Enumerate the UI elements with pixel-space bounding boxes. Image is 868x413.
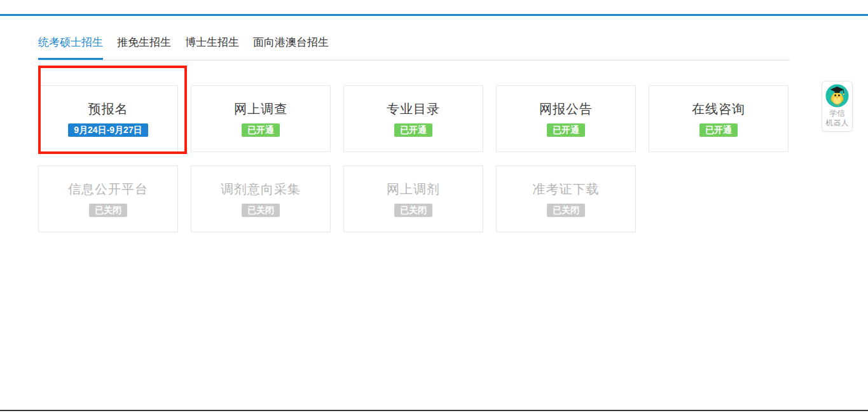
main-content: 统考硕士招生推免生招生博士生招生面向港澳台招生 预报名9月24日-9月27日网上… xyxy=(38,16,790,232)
robot-assistant-label: 学信 机器人 xyxy=(826,109,849,128)
service-card[interactable]: 在线咨询已开通 xyxy=(649,85,789,152)
service-card[interactable]: 网上调查已开通 xyxy=(191,85,331,152)
tab-item[interactable]: 博士生招生 xyxy=(185,35,239,60)
service-card-title: 网报公告 xyxy=(539,101,593,118)
robot-assistant-button[interactable]: 学信 机器人 xyxy=(822,81,853,132)
service-card[interactable]: 网报公告已开通 xyxy=(496,85,636,152)
service-card[interactable]: 预报名9月24日-9月27日 xyxy=(38,85,178,152)
robot-label-line2: 机器人 xyxy=(826,118,849,128)
service-card-title: 调剂意向采集 xyxy=(221,181,301,198)
status-badge: 已开通 xyxy=(242,123,280,137)
service-card-title: 网上调剂 xyxy=(387,181,440,198)
service-grid: 预报名9月24日-9月27日网上调查已开通专业目录已开通网报公告已开通在线咨询已… xyxy=(38,85,790,232)
status-badge: 已开通 xyxy=(394,123,432,137)
status-badge: 已关闭 xyxy=(547,204,585,217)
service-card: 调剂意向采集已关闭 xyxy=(191,165,331,232)
tab-item[interactable]: 面向港澳台招生 xyxy=(253,35,329,60)
tab-item[interactable]: 推免生招生 xyxy=(117,35,171,60)
service-card-title: 专业目录 xyxy=(387,101,440,118)
chsi-robot-icon xyxy=(825,84,849,108)
status-badge: 已开通 xyxy=(699,123,738,137)
status-badge: 已关闭 xyxy=(394,204,432,217)
status-badge: 已关闭 xyxy=(242,204,280,217)
service-card: 准考证下载已关闭 xyxy=(496,165,636,232)
status-badge: 已关闭 xyxy=(89,204,127,217)
service-card: 网上调剂已关闭 xyxy=(343,165,483,232)
service-card[interactable]: 专业目录已开通 xyxy=(343,85,483,152)
tab-item[interactable]: 统考硕士招生 xyxy=(38,35,103,60)
service-card: 信息公开平台已关闭 xyxy=(38,165,178,232)
footer-top-border xyxy=(0,410,868,411)
service-card-title: 网上调查 xyxy=(234,101,287,118)
service-card-title: 准考证下载 xyxy=(533,181,600,198)
tab-bar: 统考硕士招生推免生招生博士生招生面向港澳台招生 xyxy=(38,16,790,60)
status-badge: 已开通 xyxy=(547,123,585,137)
status-badge: 9月24日-9月27日 xyxy=(68,123,148,137)
service-card-title: 预报名 xyxy=(88,101,128,118)
service-card-title: 信息公开平台 xyxy=(68,181,148,198)
service-card-title: 在线咨询 xyxy=(692,101,745,118)
robot-label-line1: 学信 xyxy=(826,109,849,118)
